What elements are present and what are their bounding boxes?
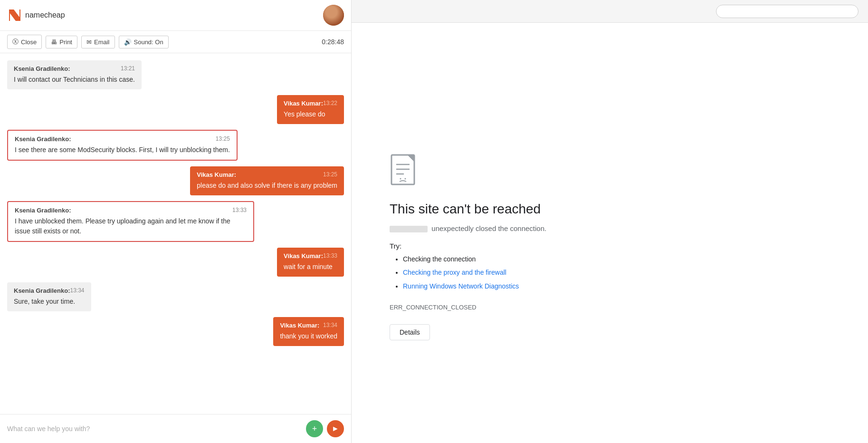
redacted-domain (390, 226, 428, 232)
email-label: Email (94, 39, 110, 46)
chat-input-area: What can we help you with? + ► (0, 414, 351, 443)
error-try-label: Try: (390, 242, 401, 250)
msg-time: 13:33 (232, 207, 247, 214)
details-button[interactable]: Details (390, 324, 430, 340)
msg-time: 13:25 (323, 171, 337, 178)
msg-text: Sure, take your time. (14, 297, 85, 307)
chat-toolbar: Ⓧ Close 🖶 Print ✉ Email 🔊 Sound: On 0:28… (0, 31, 351, 53)
error-suggestion-item[interactable]: Running Windows Network Diagnostics (403, 281, 519, 291)
chat-panel: namecheap Ⓧ Close 🖶 Print ✉ Email 🔊 Soun… (0, 0, 352, 443)
email-icon: ✉ (86, 39, 92, 46)
msg-sender: Vikas Kumar: (284, 100, 323, 107)
error-content: This site can't be reached unexpectedly … (352, 23, 868, 443)
sound-label: Sound: On (134, 39, 163, 46)
msg-text: I will contact our Technicians in this c… (14, 75, 135, 85)
close-button[interactable]: Ⓧ Close (7, 35, 42, 49)
msg-time: 13:34 (70, 287, 84, 294)
error-code: ERR_CONNECTION_CLOSED (390, 304, 477, 311)
user-message: Vikas Kumar: 13:34 thank you it worked (273, 317, 344, 346)
svg-point-4 (400, 178, 401, 179)
attach-button[interactable]: + (306, 420, 323, 437)
msg-text: wait for a minute (284, 262, 337, 272)
msg-text: thank you it worked (280, 331, 337, 341)
error-icon (390, 154, 422, 190)
sound-button[interactable]: 🔊 Sound: On (119, 36, 169, 48)
msg-text: Yes please do (284, 109, 337, 119)
browser-panel: This site can't be reached unexpectedly … (352, 0, 868, 443)
user-message: Vikas Kumar: 13:33 wait for a minute (277, 248, 344, 277)
msg-time: 13:21 (121, 65, 135, 72)
msg-sender: Ksenia Gradilenko: (14, 287, 70, 294)
chat-timer: 0:28:48 (322, 38, 344, 46)
namecheap-logo-icon (7, 8, 22, 23)
print-label: Print (59, 39, 72, 46)
print-icon: 🖶 (51, 39, 57, 46)
msg-text: I see there are some ModSecurity blocks.… (15, 145, 230, 155)
chat-messages-area[interactable]: Ksenia Gradilenko: 13:21 I will contact … (0, 53, 351, 414)
close-icon: Ⓧ (12, 38, 19, 46)
logo-text: namecheap (25, 11, 65, 19)
send-button[interactable]: ► (327, 420, 344, 437)
user-message: Vikas Kumar: 13:25 please do and also so… (190, 166, 344, 195)
error-suggestion-link[interactable]: Running Windows Network Diagnostics (403, 282, 519, 290)
msg-text: I have unblocked them. Please try upload… (15, 216, 247, 236)
error-subtitle: unexpectedly closed the connection. (390, 224, 546, 232)
agent-message: Ksenia Gradilenko: 13:25 I see there are… (7, 130, 238, 161)
svg-point-5 (405, 178, 406, 179)
error-suggestion-item: Checking the connection (403, 254, 519, 264)
msg-sender: Vikas Kumar: (197, 171, 236, 178)
close-label: Close (21, 39, 37, 46)
agent-message: Ksenia Gradilenko: 13:34 Sure, take your… (7, 282, 91, 311)
user-avatar-img (323, 5, 344, 26)
msg-sender: Vikas Kumar: (284, 252, 323, 260)
address-bar[interactable] (716, 5, 858, 18)
msg-sender: Ksenia Gradilenko: (15, 135, 71, 143)
error-title: This site can't be reached (390, 202, 541, 217)
error-suggestions-list: Checking the connectionChecking the prox… (390, 254, 519, 294)
chat-input-placeholder: What can we help you with? (7, 425, 90, 433)
agent-message: Ksenia Gradilenko: 13:21 I will contact … (7, 60, 142, 89)
agent-message: Ksenia Gradilenko: 13:33 I have unblocke… (7, 201, 254, 242)
msg-time: 13:25 (216, 135, 230, 143)
chat-header: namecheap (0, 0, 351, 31)
avatar (323, 5, 344, 26)
attach-icon: + (312, 424, 317, 434)
msg-sender: Ksenia Gradilenko: (14, 65, 70, 72)
error-suggestion-item[interactable]: Checking the proxy and the firewall (403, 267, 519, 278)
msg-sender: Ksenia Gradilenko: (15, 207, 71, 214)
msg-sender: Vikas Kumar: (280, 322, 319, 329)
send-icon: ► (332, 424, 339, 433)
sound-icon: 🔊 (124, 39, 132, 46)
error-subtitle-text: unexpectedly closed the connection. (431, 224, 546, 232)
msg-time: 13:34 (323, 322, 337, 329)
chat-send-buttons: + ► (306, 420, 344, 437)
logo-area: namecheap (7, 8, 65, 23)
sad-document-icon (390, 154, 422, 188)
msg-time: 13:33 (323, 252, 337, 260)
email-button[interactable]: ✉ Email (81, 36, 115, 48)
msg-time: 13:22 (323, 100, 337, 107)
print-button[interactable]: 🖶 Print (46, 36, 77, 48)
user-message: Vikas Kumar: 13:22 Yes please do (277, 95, 344, 124)
error-suggestion-link[interactable]: Checking the proxy and the firewall (403, 269, 506, 276)
browser-addressbar (352, 0, 868, 23)
msg-text: please do and also solve if there is any… (197, 181, 337, 191)
